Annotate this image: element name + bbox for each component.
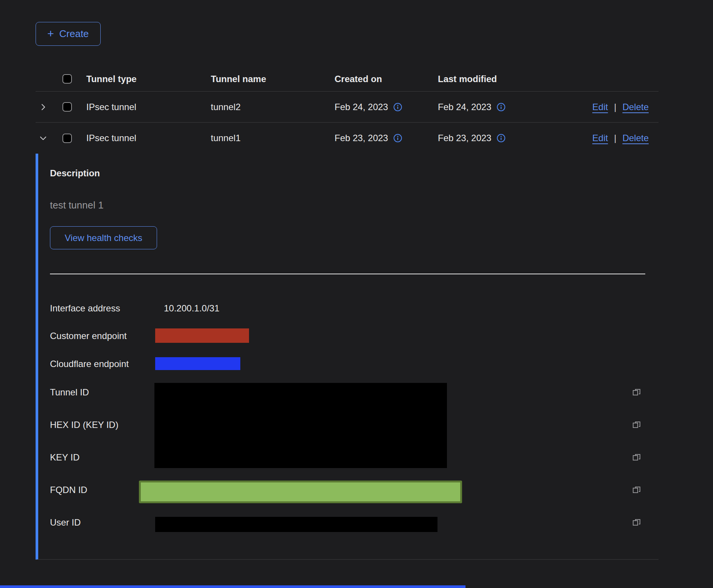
row-checkbox[interactable] <box>62 102 72 112</box>
customer-endpoint-redaction <box>155 328 249 343</box>
user-id-redaction <box>155 517 437 532</box>
interface-address-value: 10.200.1.0/31 <box>164 303 220 314</box>
cloudflare-endpoint-label: Cloudflare endpoint <box>50 358 129 370</box>
copy-icon[interactable] <box>631 420 642 431</box>
info-icon[interactable] <box>497 134 506 143</box>
create-button[interactable]: + Create <box>36 22 101 46</box>
chevron-down-icon[interactable] <box>39 134 48 143</box>
create-button-label: Create <box>59 28 89 40</box>
cloudflare-endpoint-redaction <box>155 357 240 370</box>
header-created-on: Created on <box>335 74 438 84</box>
select-all-checkbox[interactable] <box>62 74 72 84</box>
copy-icon[interactable] <box>631 387 642 398</box>
hex-id-label: HEX ID (KEY ID) <box>50 419 118 431</box>
tunnel-name-cell: tunnel2 <box>211 102 335 112</box>
fqdn-id-redaction <box>139 481 462 503</box>
delete-link[interactable]: Delete <box>623 133 649 143</box>
action-separator: | <box>614 102 616 112</box>
ids-redaction-block <box>154 383 447 468</box>
tunnel-detail-panel: Description test tunnel 1 View health ch… <box>36 154 659 560</box>
view-health-checks-button[interactable]: View health checks <box>50 226 157 249</box>
key-id-label: KEY ID <box>50 452 79 463</box>
tunnel-type-cell: IPsec tunnel <box>86 133 211 143</box>
copy-icon[interactable] <box>631 453 642 463</box>
created-on-cell: Feb 24, 2023 <box>335 102 388 112</box>
tunnel-type-cell: IPsec tunnel <box>86 102 211 112</box>
description-value: test tunnel 1 <box>50 199 104 211</box>
chevron-right-icon[interactable] <box>39 103 48 112</box>
tunnels-page: + Create Tunnel type Tunnel name Created… <box>0 0 713 588</box>
header-tunnel-name: Tunnel name <box>211 74 335 84</box>
tunnels-table: Tunnel type Tunnel name Created on Last … <box>36 67 659 154</box>
edit-link[interactable]: Edit <box>592 133 608 143</box>
header-last-modified: Last modified <box>438 74 550 84</box>
copy-icon[interactable] <box>631 485 642 496</box>
delete-link[interactable]: Delete <box>623 102 649 112</box>
action-separator: | <box>614 133 616 143</box>
info-icon[interactable] <box>497 103 506 112</box>
user-id-label: User ID <box>50 517 81 528</box>
description-label: Description <box>50 168 100 179</box>
info-icon[interactable] <box>393 103 402 112</box>
header-tunnel-type: Tunnel type <box>86 74 211 84</box>
tunnel-id-label: Tunnel ID <box>50 387 89 398</box>
bottom-blue-strip <box>0 585 465 588</box>
info-icon[interactable] <box>393 134 402 143</box>
table-row-tunnel2: IPsec tunnel tunnel2 Feb 24, 2023 Feb 24… <box>36 92 659 123</box>
plus-icon: + <box>47 28 54 39</box>
table-header-row: Tunnel type Tunnel name Created on Last … <box>36 67 659 92</box>
created-on-cell: Feb 23, 2023 <box>335 133 388 143</box>
edit-link[interactable]: Edit <box>592 102 608 112</box>
last-modified-cell: Feb 24, 2023 <box>438 102 491 112</box>
last-modified-cell: Feb 23, 2023 <box>438 133 491 143</box>
interface-address-label: Interface address <box>50 303 120 314</box>
copy-icon[interactable] <box>631 518 642 528</box>
row-checkbox[interactable] <box>62 134 72 143</box>
fqdn-id-label: FQDN ID <box>50 484 87 496</box>
tunnel-name-cell: tunnel1 <box>211 133 335 143</box>
section-divider <box>50 274 645 274</box>
customer-endpoint-label: Customer endpoint <box>50 330 127 342</box>
table-row-tunnel1: IPsec tunnel tunnel1 Feb 23, 2023 Feb 23… <box>36 123 659 154</box>
